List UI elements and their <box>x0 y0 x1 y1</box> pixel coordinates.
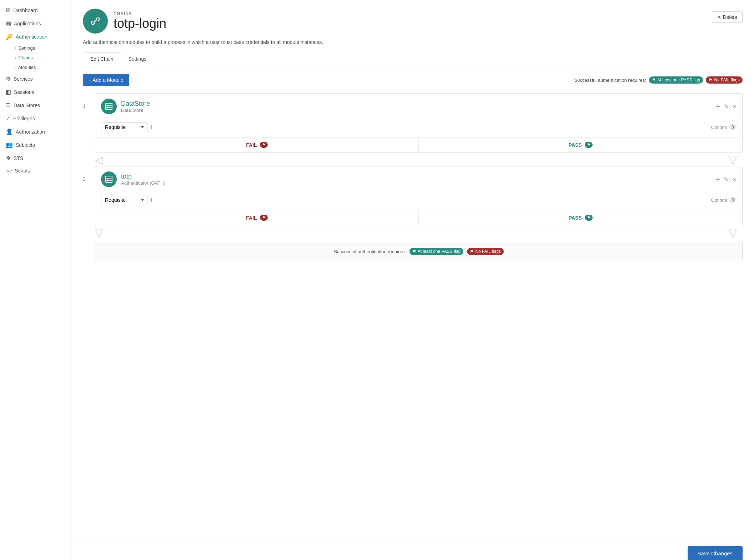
flow-arrows-1: ▷ ▽ <box>83 154 743 166</box>
sidebar-item-sessions[interactable]: ◧ Sessions <box>0 85 71 99</box>
edit-icon[interactable]: ✎ <box>724 103 728 110</box>
breadcrumb: CHAINS <box>114 11 166 16</box>
options-label-2: Options <box>711 198 727 203</box>
module-2-control-select[interactable]: Requisite Required Sufficient Optional <box>101 195 147 205</box>
sidebar-label-authorization: Authorization <box>16 129 45 135</box>
info-icon[interactable]: ℹ <box>150 124 152 131</box>
privileges-icon: ✓ <box>6 115 10 122</box>
module-1-icon <box>101 99 117 114</box>
options-label: Options <box>711 125 727 130</box>
delete-icon[interactable]: ✕ <box>732 103 737 110</box>
authentication-icon: 🔑 <box>6 33 13 40</box>
down-arrow-2-right: ▽ <box>729 228 737 238</box>
sidebar-item-subjects[interactable]: 👥 Subjects <box>0 138 71 151</box>
module-2-header: totp Authenticator (OATH) ✛ ✎ ✕ <box>95 166 742 192</box>
fail-label-top: No FAIL flags <box>714 78 740 82</box>
pass-label-top: At least one PASS flag <box>657 78 700 82</box>
services-icon: ⚙ <box>6 75 11 82</box>
down-arrow-1: ▽ <box>729 155 737 165</box>
bottom-summary: Successful authentication requires: ⚑ At… <box>95 242 743 261</box>
page-title: totp-login <box>114 16 166 31</box>
module-1-title: DataStore Data Store <box>101 99 150 114</box>
module-1-card: DataStore Data Store ✛ ✎ ✕ <box>95 93 743 152</box>
sidebar-item-settings[interactable]: › Settings <box>11 43 71 53</box>
delete-button[interactable]: ✕ Delete <box>712 11 743 23</box>
sidebar-label-subjects: Subjects <box>16 142 35 148</box>
sidebar-label-sessions: Sessions <box>14 89 34 95</box>
sidebar-label-authentication: Authentication <box>16 34 47 40</box>
pass-flag-2: ⚑ <box>585 215 593 221</box>
sidebar-submenu-authentication: › Settings › Chains › Modules <box>0 43 71 72</box>
sidebar-item-sts[interactable]: ❖ STS <box>0 151 71 165</box>
sidebar-item-dashboard[interactable]: ⊞ Dashboard <box>0 4 71 17</box>
fail-badge-top: ⚑ No FAIL flags <box>706 76 743 84</box>
drag-icon[interactable]: ✛ <box>715 103 720 110</box>
page-description: Add authentication modules to build a pr… <box>83 39 743 45</box>
fail-flag: ⚑ <box>260 142 268 148</box>
sidebar-item-privileges[interactable]: ✓ Privileges <box>0 112 71 125</box>
module-1-row: 1 DataStore Data Store <box>83 93 743 152</box>
bottom-fail-label: No FAIL flags <box>475 249 501 254</box>
add-module-button[interactable]: + Add a Module <box>83 74 129 86</box>
sidebar-item-services[interactable]: ⚙ Services <box>0 72 71 85</box>
main-content: CHAINS totp-login ✕ Delete Add authentic… <box>71 0 754 560</box>
drag-icon-2[interactable]: ✛ <box>715 176 720 183</box>
pass-badge-top: ⚑ At least one PASS flag <box>649 76 703 84</box>
module-2-actions: ✛ ✎ ✕ <box>715 176 737 183</box>
fail-text: FAIL <box>246 142 257 148</box>
sidebar-label-dashboard: Dashboard <box>13 8 38 13</box>
module-2-icon <box>101 171 117 187</box>
sidebar-item-applications[interactable]: ▦ Applications <box>0 17 71 30</box>
pass-text-2: PASS <box>568 215 582 221</box>
edit-icon-2[interactable]: ✎ <box>724 176 728 183</box>
scripts-icon: </> <box>6 168 12 173</box>
module-2-title: totp Authenticator (OATH) <box>101 171 165 187</box>
sidebar-label-scripts: Scripts <box>15 168 30 174</box>
chain-icon <box>83 9 108 34</box>
module-1-number: 1 <box>83 93 91 109</box>
sidebar-item-authentication[interactable]: 🔑 Authentication <box>0 30 71 43</box>
module-2-fail-cell: FAIL ⚑ <box>95 210 419 225</box>
bottom-pass-badge: ⚑ At least one PASS flag <box>409 248 464 255</box>
sidebar: ⊞ Dashboard ▦ Applications 🔑 Authenticat… <box>0 0 71 560</box>
module-1-control-select[interactable]: Requisite Required Sufficient Optional <box>101 122 147 132</box>
header-meta: CHAINS totp-login <box>114 11 166 31</box>
chevron-icon: › <box>15 56 16 60</box>
chevron-icon: › <box>15 46 16 50</box>
sidebar-label-modules: Modules <box>18 65 36 70</box>
pass-flag-icon: ⚑ <box>652 78 656 82</box>
sidebar-label-settings: Settings <box>18 45 35 51</box>
module-2-number: 2 <box>83 166 91 182</box>
sidebar-item-chains[interactable]: › Chains <box>11 53 71 62</box>
datastores-icon: ☰ <box>6 102 11 109</box>
tab-settings[interactable]: Settings <box>121 52 154 65</box>
module-1-header: DataStore Data Store ✛ ✎ ✕ <box>95 94 742 119</box>
tab-edit-chain[interactable]: Edit Chain <box>83 52 121 65</box>
module-2-type: Authenticator (OATH) <box>121 180 165 186</box>
module-2-body: Requisite Required Sufficient Optional ℹ… <box>95 192 742 210</box>
save-changes-button[interactable]: Save Changes <box>688 546 743 560</box>
info-icon-2[interactable]: ℹ <box>150 197 152 204</box>
sidebar-item-scripts[interactable]: </> Scripts <box>0 165 71 177</box>
sidebar-item-modules[interactable]: › Modules <box>11 62 71 72</box>
sessions-icon: ◧ <box>6 89 11 95</box>
delete-icon-2[interactable]: ✕ <box>732 176 737 183</box>
module-1-pass-cell: PASS ⚑ <box>419 138 742 152</box>
svg-rect-0 <box>106 103 112 110</box>
authorization-icon: 👤 <box>6 128 13 135</box>
header-left: CHAINS totp-login <box>83 9 166 34</box>
module-2-row: 2 totp Authenticator (OATH) <box>83 166 743 225</box>
applications-icon: ▦ <box>6 20 11 27</box>
sidebar-item-authorization[interactable]: 👤 Authorization <box>0 125 71 138</box>
auth-requires-label: Successful authentication requires: <box>574 78 646 83</box>
options-count: 0 <box>729 124 737 130</box>
bottom-summary-wrapper: Successful authentication requires: ⚑ At… <box>95 242 743 261</box>
sidebar-label-sts: STS <box>14 155 23 161</box>
bottom-pass-label: At least one PASS flag <box>418 249 461 254</box>
subjects-icon: 👥 <box>6 141 13 148</box>
page-header: CHAINS totp-login ✕ Delete <box>83 9 743 34</box>
module-2-select-area: Requisite Required Sufficient Optional ℹ <box>101 195 152 205</box>
sidebar-item-datastores[interactable]: ☰ Data Stores <box>0 99 71 112</box>
module-2-options: Options 0 <box>711 197 737 203</box>
bottom-fail-flag-icon: ⚑ <box>470 249 474 254</box>
